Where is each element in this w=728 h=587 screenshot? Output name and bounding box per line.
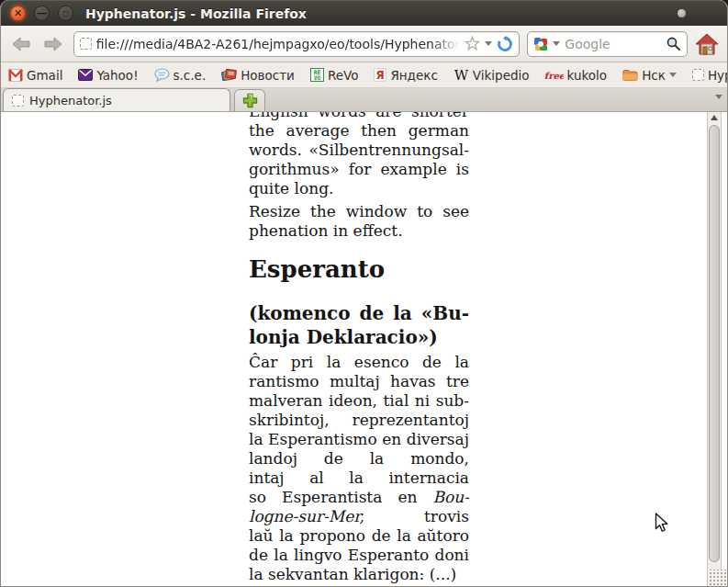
text-segment: Resize the window to see hy-: [249, 202, 469, 221]
search-icon[interactable]: [666, 36, 681, 51]
bookmark-revo[interactable]: RE VO ReVo: [310, 68, 359, 83]
bookmark-yandex[interactable]: Я Яндекс: [374, 68, 437, 83]
maximize-button[interactable]: ◻: [58, 6, 73, 21]
text-line: (komenco de la «Bu-: [249, 301, 469, 325]
search-input[interactable]: Google: [565, 37, 660, 51]
firefox-window: ✕ — ◻ Hyphenator.js - Mozilla Firefox fi…: [0, 0, 728, 587]
scrollbar-thumb[interactable]: [709, 125, 720, 562]
text-block-h1: Esperanto: [249, 255, 469, 283]
default-favicon: [80, 38, 92, 50]
text-segment: English words are shorter in: [249, 112, 469, 121]
search-bar[interactable]: Google: [527, 31, 687, 57]
text-segment: Ĉar pri la esenco de la espe-: [249, 353, 469, 372]
bookmark-gmail[interactable]: Gmail: [8, 68, 62, 83]
bookmark-sce[interactable]: s.c.e.: [154, 68, 207, 83]
bookmark-vikipedio[interactable]: W Vikipedio: [454, 68, 530, 83]
list-all-tabs-button[interactable]: [715, 95, 722, 99]
back-button[interactable]: [8, 32, 33, 56]
tab-bar: Hyphenator.js: [1, 88, 727, 112]
text-line: rantismo multaj havas tre: [249, 372, 469, 391]
italic-text: Bou-: [433, 488, 469, 506]
text-segment: de la lingvo Esperanto doni: [249, 546, 469, 564]
bookmark-hyphenate[interactable]: Hyphenate: [692, 68, 728, 83]
text-line: gorithmus» for example is: [249, 160, 469, 179]
bookmark-label: Новости: [241, 68, 295, 83]
triangle-up-icon: [711, 115, 718, 120]
close-button[interactable]: ✕: [10, 6, 26, 21]
text-segment: la Esperantismo en diversaj: [249, 430, 469, 448]
text-line: Ĉar pri la esenco de la espe-: [249, 353, 469, 372]
news-icon: [221, 68, 237, 82]
tab-hyphenator[interactable]: Hyphenator.js: [3, 88, 230, 111]
forward-button[interactable]: [40, 32, 65, 56]
svg-text:VO: VO: [314, 74, 321, 82]
text-block-p: Ĉar pri la esenco de la espe-rantismo mu…: [249, 353, 469, 584]
text-line: malveran ideon, tial ni sub-: [249, 391, 469, 411]
text-line: so Esperantista en Bou-: [249, 488, 469, 507]
bookmark-label: s.c.e.: [174, 68, 207, 83]
text-segment: lonja Deklaracio»): [249, 326, 438, 348]
search-engine-dropdown-icon[interactable]: [553, 41, 560, 46]
chat-bubble-icon: [154, 68, 170, 82]
revo-icon: RE VO: [310, 68, 324, 82]
browser-content: English words are shorter inthe average …: [1, 112, 727, 586]
bookmark-label: ReVo: [328, 68, 359, 83]
text-segment: (komenco de la «Bu-: [249, 302, 469, 324]
window-resize-grip[interactable]: [708, 570, 726, 585]
text-segment: laŭ la propono de la aŭtoro: [249, 526, 469, 545]
text-segment: landoj de la mondo, kunven-: [249, 449, 469, 468]
text-segment: phenation in effect.: [249, 221, 403, 240]
window-title: Hyphenator.js - Mozilla Firefox: [85, 6, 307, 21]
scroll-up-button[interactable]: [708, 115, 721, 120]
text-line: la sekvantan klarigon: (...): [249, 565, 469, 584]
mouse-cursor-icon: [655, 513, 672, 533]
vertical-scrollbar[interactable]: [707, 112, 722, 586]
text-line: lonja Deklaracio»): [249, 325, 469, 349]
text-segment: quite long.: [249, 179, 333, 198]
italic-text: logne-sur-Mer,: [249, 507, 364, 525]
bookmark-novosti[interactable]: Новости: [221, 68, 295, 83]
tab-label: Hyphenator.js: [29, 94, 112, 107]
bookmark-yahoo[interactable]: Yahoo!: [78, 68, 138, 83]
document-text: English words are shorter inthe average …: [249, 112, 469, 584]
url-bar[interactable]: file:///media/4BA2-A261/hejmpagxo/eo/too…: [73, 31, 521, 57]
home-button[interactable]: [695, 32, 720, 56]
google-icon: [533, 37, 548, 51]
text-line: quite long.: [249, 179, 469, 198]
text-line: Resize the window to see hy-: [249, 202, 469, 221]
gmail-icon: [8, 69, 23, 82]
folder-icon: [622, 69, 638, 82]
bookmark-label: Yahoo!: [96, 68, 138, 83]
url-dropdown-icon[interactable]: [485, 41, 492, 46]
text-line: de la lingvo Esperanto doni: [249, 546, 469, 565]
bookmark-label: Яндекс: [390, 68, 437, 83]
plus-icon: [242, 93, 258, 108]
text-segment: Esperanto: [249, 255, 385, 283]
back-icon: [10, 36, 32, 52]
bookmark-folder-nsk[interactable]: Нск: [622, 68, 677, 83]
navigation-toolbar: file:///media/4BA2-A261/hejmpagxo/eo/too…: [1, 26, 727, 62]
bookmark-star-icon[interactable]: [465, 36, 480, 51]
url-text[interactable]: file:///media/4BA2-A261/hejmpagxo/eo/too…: [96, 37, 461, 51]
text-line: Esperanto: [249, 255, 469, 283]
text-line: intaj al la internacia Kongre-: [249, 468, 469, 488]
text-segment: the average then german: [249, 121, 469, 140]
svg-text:free: free: [545, 70, 564, 80]
folder-dropdown-icon: [669, 73, 677, 77]
bookmark-label: Vikipedio: [473, 68, 530, 83]
titlebar: ✕ — ◻ Hyphenator.js - Mozilla Firefox: [1, 0, 727, 26]
new-tab-button[interactable]: [234, 89, 265, 111]
default-favicon: [692, 69, 704, 81]
text-line: logne-sur-Mer, trovis necesa: [249, 507, 469, 526]
bookmark-label: Gmail: [27, 68, 62, 83]
text-line: English words are shorter in: [249, 112, 469, 121]
bookmark-label: kukolo: [567, 68, 608, 83]
minimize-button[interactable]: —: [34, 6, 50, 21]
free-icon: free: [545, 69, 564, 82]
chevron-down-icon: [715, 95, 722, 99]
bookmark-kukolo[interactable]: free kukolo: [545, 68, 608, 83]
svg-text:Я: Я: [376, 69, 385, 82]
text-segment: rantismo multaj havas tre: [249, 372, 469, 390]
reload-icon[interactable]: [497, 36, 513, 52]
svg-text:W: W: [454, 68, 469, 82]
